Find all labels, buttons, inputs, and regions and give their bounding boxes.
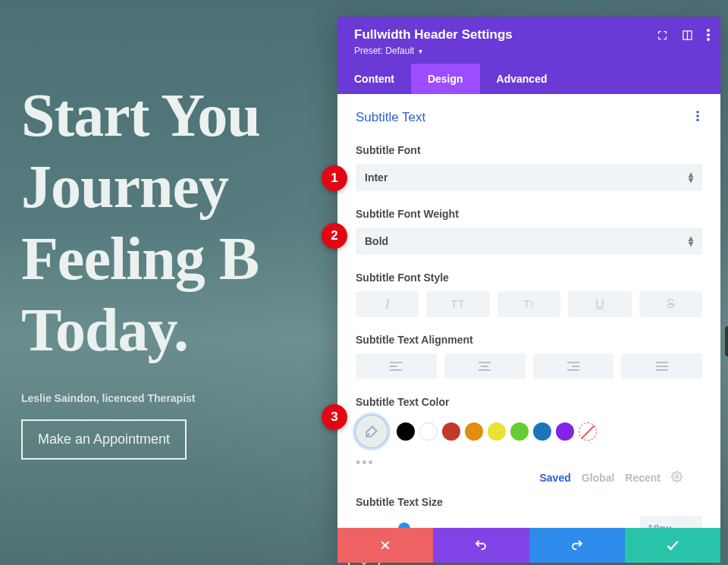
settings-panel: Fullwidth Header Settings Preset: Defaul… xyxy=(337,17,720,563)
chevron-updown-icon: ▴▾ xyxy=(689,236,693,246)
swatch-yellow[interactable] xyxy=(488,422,506,441)
hero-line-3: Feeling B xyxy=(21,225,259,292)
hero-line-1: Start You xyxy=(21,82,260,149)
svg-point-5 xyxy=(696,111,699,114)
font-select[interactable]: Inter ▴▾ xyxy=(356,164,702,191)
align-right-button[interactable] xyxy=(533,353,614,379)
gear-icon[interactable] xyxy=(671,471,682,485)
swatch-white[interactable] xyxy=(419,422,438,441)
expand-icon[interactable] xyxy=(657,30,668,41)
strikethrough-button[interactable]: S xyxy=(639,291,702,317)
tab-design[interactable]: Design xyxy=(411,64,480,94)
underline-button[interactable]: U xyxy=(568,291,631,317)
swatch-green[interactable] xyxy=(510,422,529,441)
italic-button[interactable]: I xyxy=(356,291,419,317)
redo-button[interactable] xyxy=(529,528,625,563)
annotation-3: 3 xyxy=(322,404,347,430)
hero-line-4: Today. xyxy=(21,297,188,363)
cancel-button[interactable] xyxy=(337,528,433,563)
panel-header: Fullwidth Header Settings Preset: Defaul… xyxy=(337,17,720,64)
hero-subtitle: Leslie Saindon, licenced Therapist xyxy=(21,392,260,404)
swatch-orange[interactable] xyxy=(465,422,483,441)
swatch-red[interactable] xyxy=(442,422,460,441)
swatch-black[interactable] xyxy=(397,422,415,441)
uppercase-button[interactable]: TT xyxy=(426,291,489,317)
weight-label: Subtitle Font Weight xyxy=(356,208,702,220)
swatch-none[interactable] xyxy=(579,422,597,441)
svg-point-6 xyxy=(696,115,699,118)
section-title[interactable]: Subtitle Text xyxy=(356,110,425,125)
tab-advanced[interactable]: Advanced xyxy=(480,64,564,94)
preset-label: Preset: xyxy=(354,46,383,56)
align-center-button[interactable] xyxy=(444,353,526,379)
svg-point-4 xyxy=(707,38,710,41)
undo-button[interactable] xyxy=(433,528,529,563)
svg-point-20 xyxy=(676,476,679,479)
align-left-button[interactable] xyxy=(356,353,437,379)
annotation-1: 1 xyxy=(322,165,347,191)
align-justify-button[interactable] xyxy=(621,353,702,379)
page-scrollbar-thumb[interactable] xyxy=(725,326,728,356)
snap-icon[interactable] xyxy=(682,30,693,41)
caret-down-icon: ▾ xyxy=(419,47,422,55)
align-label: Subtitle Text Alignment xyxy=(356,334,702,346)
weight-select[interactable]: Bold ▴▾ xyxy=(356,228,702,255)
weight-value: Bold xyxy=(365,235,388,247)
tab-content[interactable]: Content xyxy=(337,64,411,94)
slider-thumb[interactable] xyxy=(398,523,410,528)
swatch-purple[interactable] xyxy=(556,422,574,441)
size-input[interactable] xyxy=(640,516,702,528)
preset-selector[interactable]: Preset: Default ▾ xyxy=(354,46,705,56)
font-label: Subtitle Font xyxy=(356,144,702,156)
preset-value: Default xyxy=(385,46,414,56)
panel-title: Fullwidth Header Settings xyxy=(354,27,705,42)
panel-body: Subtitle Text Subtitle Font Inter ▴▾ Sub… xyxy=(337,94,720,528)
color-label: Subtitle Text Color xyxy=(356,396,702,408)
palette-global-tab[interactable]: Global xyxy=(582,472,615,484)
size-label: Subtitle Text Size xyxy=(356,496,702,508)
hero: Start You Journey Feeling B Today. Lesli… xyxy=(21,80,260,460)
annotation-2: 2 xyxy=(322,223,347,249)
capitalize-button[interactable]: TT xyxy=(497,291,560,317)
svg-point-7 xyxy=(696,119,699,122)
section-menu-icon[interactable] xyxy=(693,108,702,127)
more-colors-button[interactable]: ••• xyxy=(356,455,375,470)
font-value: Inter xyxy=(365,171,388,184)
svg-point-2 xyxy=(707,29,710,32)
kebab-menu-icon[interactable] xyxy=(707,29,710,41)
panel-tabs: Content Design Advanced xyxy=(337,64,720,94)
palette-saved-tab[interactable]: Saved xyxy=(540,472,571,484)
appointment-button[interactable]: Make an Appointment xyxy=(21,419,187,460)
chevron-updown-icon: ▴▾ xyxy=(689,172,693,183)
size-slider[interactable] xyxy=(356,521,629,528)
palette-recent-tab[interactable]: Recent xyxy=(625,472,661,484)
hero-line-2: Journey xyxy=(21,153,228,220)
style-label: Subtitle Font Style xyxy=(356,272,702,284)
hero-title: Start You Journey Feeling B Today. xyxy=(21,80,260,366)
save-button[interactable] xyxy=(625,528,720,563)
eyedropper-button[interactable] xyxy=(356,416,388,447)
svg-point-3 xyxy=(707,33,710,36)
panel-footer xyxy=(337,528,720,563)
swatch-blue[interactable] xyxy=(533,422,551,441)
